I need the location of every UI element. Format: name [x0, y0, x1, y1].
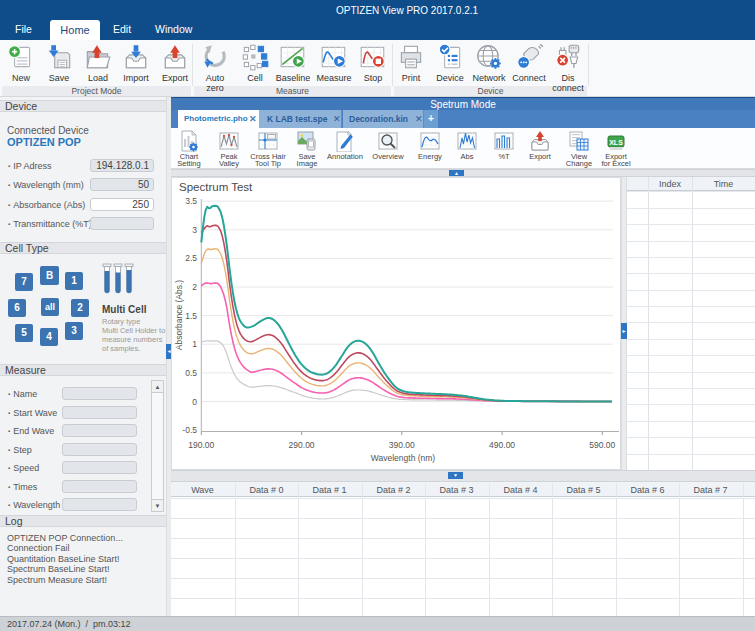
- svg-text:2: 2: [192, 282, 197, 292]
- svg-text:3.5: 3.5: [185, 196, 197, 206]
- svg-text:XLS: XLS: [609, 139, 623, 146]
- svg-text:Wavelength (nm): Wavelength (nm): [371, 453, 436, 463]
- svg-text:0: 0: [192, 397, 197, 407]
- svg-text:190.00: 190.00: [188, 440, 214, 450]
- svg-text:3: 3: [192, 225, 197, 235]
- svg-text:390.00: 390.00: [389, 440, 415, 450]
- svg-text:290.00: 290.00: [289, 440, 315, 450]
- svg-text:590.00: 590.00: [589, 440, 615, 450]
- svg-text:1: 1: [192, 339, 197, 349]
- svg-text:-0.5: -0.5: [182, 425, 197, 435]
- svg-text:490.00: 490.00: [489, 440, 515, 450]
- svg-text:1.5: 1.5: [185, 311, 197, 321]
- svg-text:0.5: 0.5: [185, 368, 197, 378]
- svg-text:Absorbance (Abs.): Absorbance (Abs.): [174, 280, 184, 351]
- svg-text:2.5: 2.5: [185, 253, 197, 263]
